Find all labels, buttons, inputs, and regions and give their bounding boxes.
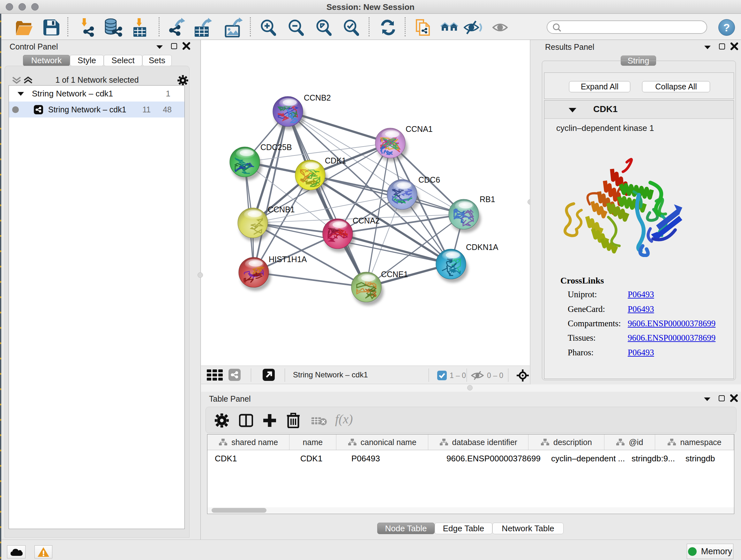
svg-text:CCNB1: CCNB1 — [268, 205, 295, 214]
svg-text:CCNE1: CCNE1 — [381, 270, 408, 279]
svg-text:RB1: RB1 — [480, 195, 495, 204]
svg-text:CDKN1A: CDKN1A — [466, 243, 498, 252]
svg-text:CDK1: CDK1 — [325, 156, 346, 165]
svg-text:CDC6: CDC6 — [418, 175, 440, 184]
svg-text:CDC25B: CDC25B — [260, 143, 292, 152]
svg-text:HIST1H1A: HIST1H1A — [269, 255, 307, 264]
svg-text:CCNA1: CCNA1 — [406, 125, 433, 133]
svg-text:CCNA2: CCNA2 — [353, 216, 380, 225]
svg-text:CCNB2: CCNB2 — [304, 93, 331, 102]
